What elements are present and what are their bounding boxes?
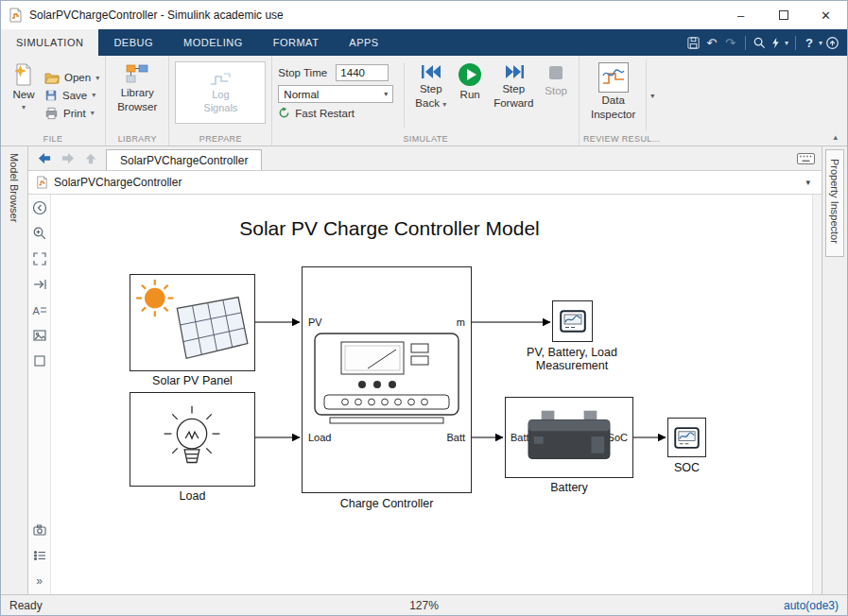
step-back-button[interactable]: Step Back ▾ [409, 60, 452, 131]
load-block[interactable] [130, 392, 255, 487]
printer-icon [44, 107, 59, 120]
library-browser-icon [125, 62, 149, 85]
battery-icon [506, 398, 632, 477]
maximize-icon [779, 10, 788, 20]
stop-label: Stop [545, 85, 567, 97]
section-label-file: FILE [1, 134, 105, 144]
ribbon-section-file: New ▾ Open ▾ Save ▾ Print ▾ [1, 56, 106, 145]
canvas-palette: A » [28, 195, 51, 594]
minimize-button[interactable]: – [719, 1, 762, 29]
solar-pv-panel-block[interactable] [130, 274, 255, 371]
help-icon[interactable]: ? [803, 37, 816, 49]
chevron-down-icon: ▾ [22, 103, 26, 111]
simulation-mode-dropdown[interactable]: Normal ▾ [278, 85, 393, 103]
fast-restart-label: Fast Restart [295, 108, 355, 119]
model-browser-label: Model Browser [9, 153, 20, 222]
viewmarks-icon[interactable] [32, 522, 47, 538]
chevron-down-icon[interactable]: ▾ [785, 39, 788, 47]
data-inspector-icon [601, 66, 626, 89]
breadcrumb-dropdown-icon[interactable]: ▾ [805, 178, 814, 187]
main-area: Model Browser SolarPVChargeController So… [1, 146, 847, 594]
up-button[interactable] [84, 152, 97, 165]
svg-text:A: A [32, 305, 40, 317]
section-label-prepare: PREPARE [169, 134, 271, 144]
open-button[interactable]: Open ▾ [44, 72, 99, 84]
minimize-ribbon-button[interactable]: ▴ [829, 131, 841, 143]
more-tools-icon[interactable]: » [32, 573, 47, 589]
stop-button[interactable]: Stop [539, 60, 573, 131]
highlight-icon[interactable] [770, 36, 782, 50]
step-forward-button[interactable]: Step Forward [488, 60, 539, 131]
property-inspector-label: Property Inspector [829, 159, 840, 244]
folder-icon [44, 72, 60, 84]
close-button[interactable]: ✕ [805, 1, 847, 29]
library-browser-label-1: Library [121, 87, 154, 99]
model-browser-panel-toggle[interactable]: Model Browser [1, 146, 28, 594]
chevron-down-icon: ▾ [650, 92, 654, 100]
chevron-down-icon: ▾ [384, 90, 388, 98]
area-box-icon[interactable] [32, 353, 47, 368]
keyboard-shortcuts-icon[interactable] [797, 153, 822, 164]
updates-icon[interactable] [825, 36, 839, 50]
group-separator [404, 63, 405, 128]
measurement-scope-block[interactable] [552, 300, 593, 342]
search-icon[interactable] [753, 36, 767, 50]
tab-apps[interactable]: APPS [334, 29, 393, 56]
save-label: Save [62, 90, 87, 101]
redo-icon[interactable]: ↷ [722, 37, 738, 49]
solar-panel-icon [130, 275, 254, 370]
stop-time-input[interactable] [336, 64, 389, 81]
log-signals-button[interactable]: Log Signals [175, 61, 266, 124]
zoom-in-icon[interactable] [32, 226, 47, 241]
run-button[interactable]: Run [452, 60, 488, 131]
annotation-icon[interactable]: A [32, 302, 47, 317]
fast-restart-toggle[interactable]: Fast Restart [278, 107, 399, 119]
new-label: New [12, 89, 34, 101]
tab-simulation[interactable]: SIMULATION [1, 29, 98, 56]
model-canvas[interactable]: Solar PV Charge Controller Model [51, 195, 812, 594]
run-icon [458, 62, 482, 87]
charge-controller-label: Charge Controller [302, 497, 472, 510]
step-back-label-2: Back [415, 97, 440, 109]
image-icon[interactable] [32, 328, 47, 343]
gallery-dropdown-button[interactable]: ▾ [646, 60, 658, 131]
simulation-mode-value: Normal [284, 89, 319, 100]
chevron-down-icon[interactable]: ▾ [819, 39, 822, 47]
port-label-m: m [457, 317, 465, 328]
zoom-level: 127% [1, 599, 847, 612]
charge-controller-device-icon [313, 332, 460, 426]
soc-scope-label: SOC [630, 461, 744, 474]
model-title-annotation[interactable]: Solar PV Charge Controller Model [210, 217, 569, 240]
window-title: SolarPVChargeController - Simulink acade… [29, 9, 284, 22]
port-label-load: Load [308, 432, 331, 443]
fit-to-view-icon[interactable] [32, 251, 47, 266]
explorer-toggle-icon[interactable] [32, 200, 47, 215]
save-icon[interactable] [686, 36, 701, 50]
charge-controller-block[interactable]: PV Load m Batt [302, 266, 472, 493]
breadcrumb: SolarPVChargeController ▾ [28, 171, 822, 195]
battery-label: Battery [505, 481, 633, 494]
quick-access-toolbar: ↶ ↷ ▾ ? ▾ [686, 29, 847, 56]
new-button[interactable]: New ▾ [7, 60, 41, 131]
property-inspector-panel-toggle[interactable]: Property Inspector [822, 146, 847, 594]
library-browser-button[interactable]: Library Browser [112, 60, 163, 131]
breadcrumb-model-name[interactable]: SolarPVChargeController [54, 176, 182, 189]
fast-restart-icon [278, 107, 290, 119]
tab-format[interactable]: FORMAT [258, 29, 335, 56]
save-button[interactable]: Save ▾ [44, 89, 99, 102]
sample-time-legend-icon[interactable] [32, 548, 47, 563]
undo-icon[interactable]: ↶ [703, 37, 719, 49]
auto-arrange-icon[interactable] [32, 277, 47, 292]
print-button[interactable]: Print ▾ [44, 107, 99, 120]
document-tab[interactable]: SolarPVChargeController [106, 149, 262, 170]
maximize-button[interactable] [762, 1, 805, 29]
back-button[interactable] [37, 151, 52, 165]
canvas-vertical-scrollbar[interactable] [812, 195, 822, 594]
forward-button[interactable] [61, 151, 76, 165]
tab-debug[interactable]: DEBUG [98, 29, 168, 56]
floppy-icon [44, 89, 58, 102]
tab-modeling[interactable]: MODELING [168, 29, 258, 56]
data-inspector-button[interactable]: Data Inspector [585, 60, 641, 131]
battery-block[interactable]: Batt SoC [505, 397, 633, 478]
soc-scope-block[interactable] [667, 418, 706, 457]
